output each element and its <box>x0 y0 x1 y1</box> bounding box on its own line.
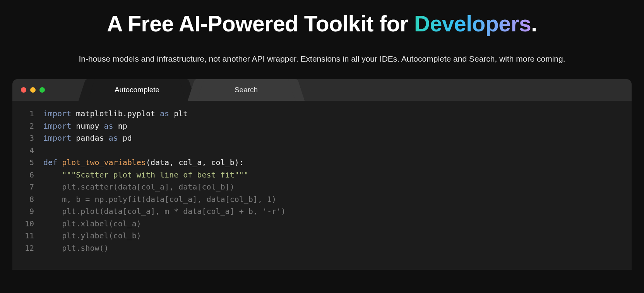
tab-label: Search <box>235 86 258 94</box>
line-source: """Scatter plot with line of best fit""" <box>43 169 632 181</box>
code-token: numpy <box>71 121 104 131</box>
code-area[interactable]: 1import matplotlib.pyplot as plt2import … <box>12 101 632 254</box>
line-source: plt.plot(data[col_a], m * data[col_a] + … <box>43 205 632 218</box>
window-controls <box>12 87 52 93</box>
line-source: plt.ylabel(col_b) <box>43 230 632 242</box>
line-source: plt.scatter(data[col_a], data[col_b]) <box>43 181 632 193</box>
close-icon[interactable] <box>21 87 26 93</box>
line-number: 10 <box>12 218 43 230</box>
line-number: 12 <box>12 242 43 255</box>
code-line: 8 m, b = np.polyfit(data[col_a], data[co… <box>12 193 632 206</box>
line-number: 1 <box>12 108 43 120</box>
code-line: 2import numpy as np <box>12 120 632 133</box>
code-line: 6 """Scatter plot with line of best fit"… <box>12 169 632 181</box>
line-source: import numpy as np <box>43 120 632 133</box>
code-line: 10 plt.xlabel(col_a) <box>12 218 632 230</box>
code-line: 5def plot_two_variables(data, col_a, col… <box>12 157 632 169</box>
code-token: plt.show() <box>43 243 109 253</box>
line-number: 6 <box>12 169 43 181</box>
code-token: as <box>109 133 118 143</box>
code-token: pandas <box>71 133 108 143</box>
code-token: def <box>43 158 57 167</box>
code-token: plt.scatter(data[col_a], data[col_b]) <box>43 182 235 191</box>
line-source: import pandas as pd <box>43 132 632 145</box>
tab-autocomplete[interactable]: Autocomplete <box>87 79 187 101</box>
code-line: 1import matplotlib.pyplot as plt <box>12 108 632 120</box>
line-number: 5 <box>12 157 43 169</box>
code-line: 4 <box>12 145 632 157</box>
code-line: 7 plt.scatter(data[col_a], data[col_b]) <box>12 181 632 193</box>
headline: A Free AI-Powered Toolkit for Developers… <box>0 11 644 36</box>
minimize-icon[interactable] <box>30 87 36 93</box>
line-source: def plot_two_variables(data, col_a, col_… <box>43 157 632 169</box>
code-token: """Scatter plot with line of best fit""" <box>62 170 248 179</box>
line-number: 4 <box>12 145 43 157</box>
editor-tabbar: Autocomplete Search <box>12 79 632 101</box>
line-number: 7 <box>12 181 43 193</box>
code-token: (data, col_a, col_b): <box>146 158 244 167</box>
code-editor-window: Autocomplete Search 1import matplotlib.p… <box>12 79 632 270</box>
headline-highlight: Developers <box>414 11 531 36</box>
code-line: 12 plt.show() <box>12 242 632 255</box>
line-number: 11 <box>12 230 43 242</box>
code-token <box>43 170 62 179</box>
headline-prefix: A Free AI-Powered Toolkit for <box>107 11 414 36</box>
code-token: plot_two_variables <box>62 158 146 167</box>
line-source: m, b = np.polyfit(data[col_a], data[col_… <box>43 193 632 206</box>
code-token: matplotlib.pyplot <box>71 109 160 118</box>
code-token: plt <box>169 109 188 118</box>
line-source: import matplotlib.pyplot as plt <box>43 108 632 120</box>
line-number: 8 <box>12 193 43 206</box>
code-token: plt.xlabel(col_a) <box>43 219 141 228</box>
code-token: as <box>104 121 113 131</box>
code-token <box>57 158 62 167</box>
maximize-icon[interactable] <box>39 87 45 93</box>
code-token: pd <box>118 133 132 143</box>
code-token: import <box>43 109 71 118</box>
code-token: plt.ylabel(col_b) <box>43 231 141 240</box>
line-source: plt.show() <box>43 242 632 255</box>
line-source <box>43 145 632 157</box>
line-source: plt.xlabel(col_a) <box>43 218 632 230</box>
tab-search[interactable]: Search <box>196 79 296 101</box>
tab-label: Autocomplete <box>115 86 159 94</box>
headline-suffix: . <box>531 11 537 36</box>
code-token: as <box>160 109 169 118</box>
code-line: 11 plt.ylabel(col_b) <box>12 230 632 242</box>
code-token: import <box>43 133 71 143</box>
code-token: m, b = np.polyfit(data[col_a], data[col_… <box>43 195 276 204</box>
line-number: 9 <box>12 205 43 218</box>
subheadline: In-house models and infrastructure, not … <box>0 54 644 64</box>
code-token: np <box>113 121 127 131</box>
code-token: import <box>43 121 71 131</box>
line-number: 2 <box>12 120 43 133</box>
code-token: plt.plot(data[col_a], m * data[col_a] + … <box>43 207 286 216</box>
code-line: 3import pandas as pd <box>12 132 632 145</box>
code-line: 9 plt.plot(data[col_a], m * data[col_a] … <box>12 205 632 218</box>
line-number: 3 <box>12 132 43 145</box>
